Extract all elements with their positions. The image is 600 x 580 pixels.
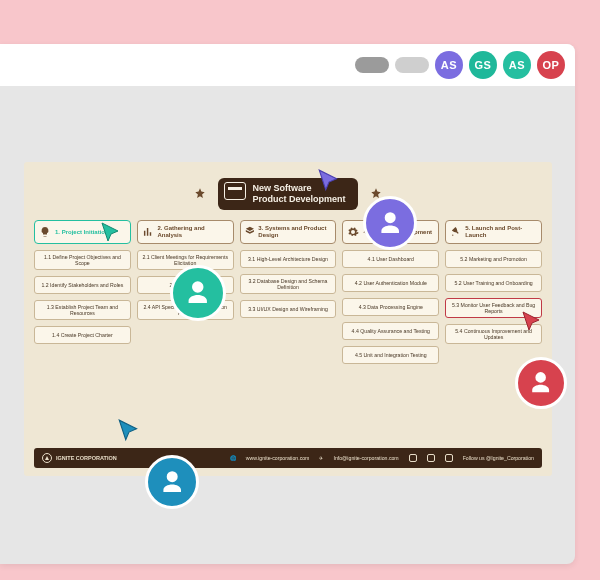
column-header[interactable]: 5. Launch and Post-Launch [445, 220, 542, 244]
facebook-icon [427, 454, 435, 462]
toolbar-pill[interactable] [395, 57, 429, 73]
brand-block: IGNITE CORPORATION [42, 453, 117, 463]
paper-plane-icon: ✈ [319, 455, 323, 461]
column-header[interactable]: 2. Gathering and Analysis [137, 220, 234, 244]
task-card[interactable]: 5.2 User Training and Onboarding [445, 274, 542, 292]
board-title-row: New Software Product Development [34, 178, 542, 210]
instagram-icon [445, 454, 453, 462]
task-card[interactable]: 1.2 Identify Stakeholders and Roles [34, 276, 131, 294]
collaborator-avatar[interactable]: OP [537, 51, 565, 79]
star-decoration-icon [190, 184, 210, 204]
layers-icon [245, 226, 255, 238]
avatar-initials: GS [475, 59, 492, 71]
task-card[interactable]: 3.3 UI/UX Design and Wireframing [240, 300, 337, 318]
bar-chart-icon [142, 226, 154, 238]
collaborator-badge-teal [170, 265, 226, 321]
footer-email: Info@ignite-corporation.com [333, 455, 398, 461]
tasks-grid: 1.1 Define Project Objectives and Scope1… [34, 250, 542, 364]
diagram-canvas[interactable]: New Software Product Development 1. Proj… [24, 162, 552, 476]
collaborator-badge-blue [145, 455, 199, 509]
gear-icon [347, 226, 359, 238]
task-card[interactable]: 5.2 Marketing and Promotion [445, 250, 542, 268]
task-card[interactable]: 1.1 Define Project Objectives and Scope [34, 250, 131, 270]
task-card[interactable]: 3.2 Database Design and Schema Definitio… [240, 274, 337, 294]
avatar-initials: AS [509, 59, 525, 71]
lightbulb-icon [39, 226, 51, 238]
collaborator-avatar[interactable]: GS [469, 51, 497, 79]
board-footer: IGNITE CORPORATION 🌐 www.ignite-corporat… [34, 448, 542, 468]
task-card[interactable]: 1.3 Establish Project Team and Resources [34, 300, 131, 320]
collaborator-avatar[interactable]: AS [503, 51, 531, 79]
collaborator-avatar[interactable]: AS [435, 51, 463, 79]
task-card[interactable]: 4.3 Data Processing Engine [342, 298, 439, 316]
collaborator-badge-purple [363, 196, 417, 250]
task-card[interactable]: 4.1 User Dashboard [342, 250, 439, 268]
task-card[interactable]: 4.2 User Authentication Module [342, 274, 439, 292]
toolbar-pill[interactable] [355, 57, 389, 73]
column-header[interactable]: 3. Systems and Product Design [240, 220, 337, 244]
collaborator-badge-red [515, 357, 567, 409]
rocket-icon [450, 226, 461, 238]
column-title: 2. Gathering and Analysis [157, 225, 228, 239]
column-title: 5. Launch and Post-Launch [465, 225, 537, 239]
brand-logo-icon [42, 453, 52, 463]
task-card[interactable]: 4.5 Unit and Integration Testing [342, 346, 439, 364]
linkedin-icon [409, 454, 417, 462]
column-tasks: 4.1 User Dashboard4.2 User Authenticatio… [342, 250, 439, 364]
column-tasks: 1.1 Define Project Objectives and Scope1… [34, 250, 131, 364]
column-tasks: 3.1 High-Level Architecture Design3.2 Da… [240, 250, 337, 364]
board-subtitle: Product Development [252, 194, 345, 205]
globe-icon: 🌐 [230, 455, 236, 461]
title-bar: AS GS AS OP [0, 44, 575, 86]
task-card[interactable]: 1.4 Create Project Charter [34, 326, 131, 344]
column-title: 3. Systems and Product Design [258, 225, 331, 239]
brand-name: IGNITE CORPORATION [56, 455, 117, 461]
avatar-initials: AS [441, 59, 457, 71]
monitor-icon [224, 182, 246, 200]
app-window: AS GS AS OP New Software Product Develop… [0, 44, 575, 564]
column-tasks: 5.2 Marketing and Promotion5.2 User Trai… [445, 250, 542, 364]
task-card[interactable]: 3.1 High-Level Architecture Design [240, 250, 337, 268]
avatar-initials: OP [543, 59, 560, 71]
task-card[interactable]: 4.4 Quality Assurance and Testing [342, 322, 439, 340]
footer-website: www.ignite-corporation.com [246, 455, 310, 461]
footer-follow: Follow us @Ignite_Corporation [463, 455, 534, 461]
